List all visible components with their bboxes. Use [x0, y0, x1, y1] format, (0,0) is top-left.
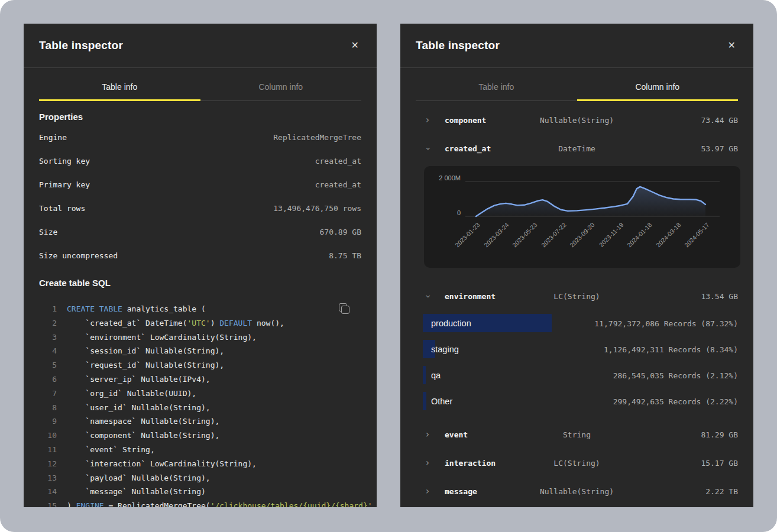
tab-table-info[interactable]: Table info [39, 68, 200, 101]
line-number: 1 [39, 302, 57, 316]
sql-tokens: `created_at` DateTime('UTC') DEFAULT now… [67, 316, 284, 330]
sql-token: `request_id` Nullable(String), [67, 361, 224, 369]
column-size: 2.22 TB [705, 487, 738, 496]
sql-token: `session_id` Nullable(String), [67, 346, 224, 355]
value-distribution-row: production 11,792,372,086 Records (87.32… [423, 310, 738, 336]
sql-line: 3 `environment` LowCardinality(String), [39, 330, 361, 345]
column-row-event[interactable]: › event String 81.29 GB [400, 420, 753, 449]
copy-icon-glyph [338, 302, 351, 315]
column-name: event [445, 430, 468, 439]
sql-line: 13 `payload` Nullable(String), [39, 471, 361, 485]
close-icon[interactable]: ✕ [726, 38, 738, 53]
property-value: ReplicatedMergeTree [273, 133, 361, 142]
tab-column-info[interactable]: Column info [200, 68, 362, 101]
sql-tokens: `user_id` Nullable(String), [67, 401, 211, 415]
column-row-message[interactable]: › message Nullable(String) 2.22 TB [400, 477, 753, 505]
value-distribution-row: qa 286,545,035 Records (2.12%) [423, 362, 738, 388]
sql-token: `component` Nullable(String), [67, 431, 219, 440]
value-distribution-row: staging 1,126,492,311 Records (8.34%) [423, 336, 738, 362]
close-icon[interactable]: ✕ [349, 38, 361, 53]
property-row: Sorting key created_at [39, 149, 361, 173]
sql-token: `environment` LowCardinality(String), [67, 333, 257, 342]
sql-line: 2 `created_at` DateTime('UTC') DEFAULT n… [39, 316, 361, 330]
chevron-right-icon: › [424, 430, 431, 439]
property-value: 670.89 GB [320, 228, 361, 236]
tab-table-info[interactable]: Table info [416, 68, 577, 101]
column-name: interaction [445, 459, 496, 468]
sql-tokens: `request_id` Nullable(String), [67, 358, 224, 372]
column-name: environment [445, 292, 496, 301]
columns-list: › component Nullable(String) 73.44 GB › … [400, 106, 753, 505]
sql-tokens: `namespace` Nullable(String), [67, 414, 219, 429]
sql-token: `created_at` DateTime( [67, 319, 187, 327]
property-label: Primary key [39, 180, 90, 189]
value-label: qa [423, 371, 441, 380]
sql-token: now(), [252, 319, 284, 327]
column-row-environment[interactable]: › environment LC(String) 13.54 GB [400, 282, 753, 310]
sql-tokens: `environment` LowCardinality(String), [67, 330, 257, 345]
sql-line: 10 `component` Nullable(String), [39, 429, 361, 443]
create-table-sql-heading: Create table SQL [39, 278, 361, 288]
properties-list: Engine ReplicatedMergeTree Sorting key c… [39, 125, 361, 267]
line-number: 14 [39, 485, 57, 499]
column-row-interaction[interactable]: › interaction LC(String) 15.17 GB [400, 449, 753, 477]
column-name: created_at [445, 144, 491, 153]
sql-tokens: `server_ip` Nullable(IPv4), [67, 372, 211, 387]
line-number: 13 [39, 471, 57, 485]
sql-line: 1CREATE TABLE analytics_table ( [39, 302, 361, 316]
property-value: 8.75 TB [329, 251, 361, 260]
chevron-right-icon: › [424, 459, 431, 468]
property-row: Engine ReplicatedMergeTree [39, 125, 361, 149]
chevron-right-icon: › [423, 293, 432, 300]
sql-token: `interaction` LowCardinality(String), [67, 459, 257, 468]
column-name: message [445, 487, 477, 496]
column-row-component[interactable]: › component Nullable(String) 73.44 GB [400, 106, 753, 134]
sql-code-lines: 1CREATE TABLE analytics_table (2 `create… [39, 302, 361, 507]
sql-line: 14 `message` Nullable(String) [39, 485, 361, 499]
area-chart-svg [424, 166, 726, 225]
sql-token: `server_ip` Nullable(IPv4), [67, 375, 211, 384]
line-number: 9 [39, 414, 57, 429]
line-number: 5 [39, 358, 57, 372]
value-distribution-row: Other 299,492,635 Records (2.22%) [423, 388, 738, 414]
property-label: Total rows [39, 204, 85, 213]
sql-tokens: `component` Nullable(String), [67, 429, 219, 443]
property-label: Engine [39, 133, 67, 142]
sql-line: 12 `interaction` LowCardinality(String), [39, 457, 361, 471]
sql-token: ENGINE [76, 501, 104, 507]
sql-line: 6 `server_ip` Nullable(IPv4), [39, 372, 361, 387]
line-number: 4 [39, 344, 57, 358]
sql-tokens: `event` String, [67, 443, 155, 457]
sql-tokens: `org_id` Nullable(UUID), [67, 387, 196, 401]
sql-code-block: 1CREATE TABLE analytics_table (2 `create… [39, 302, 361, 507]
value-records: 1,126,492,311 Records (8.34%) [604, 345, 738, 354]
property-value: created_at [315, 180, 361, 189]
tab-column-info[interactable]: Column info [577, 68, 739, 101]
property-value: 13,496,476,750 rows [273, 204, 361, 213]
sql-line: 8 `user_id` Nullable(String), [39, 401, 361, 415]
page-title: Table inspector [416, 39, 500, 52]
sql-token: ) [211, 319, 220, 327]
created-at-histogram: 2 000M 0 2023-01-232023-03-242023-05-232… [424, 166, 740, 268]
line-number: 7 [39, 387, 57, 401]
area-fill [476, 187, 705, 216]
sql-line: 7 `org_id` Nullable(UUID), [39, 387, 361, 401]
copy-icon[interactable] [338, 302, 351, 315]
line-number: 3 [39, 330, 57, 345]
sql-token: ) [67, 501, 76, 507]
sql-line: 5 `request_id` Nullable(String), [39, 358, 361, 372]
column-size: 73.44 GB [701, 116, 738, 125]
line-number: 10 [39, 429, 57, 443]
line-number: 2 [39, 316, 57, 330]
property-label: Sorting key [39, 157, 90, 166]
column-row-created_at[interactable]: › created_at DateTime 53.97 GB [400, 134, 753, 163]
sql-tokens: `message` Nullable(String) [67, 485, 206, 499]
sql-token: , [373, 501, 377, 507]
column-size: 15.17 GB [701, 459, 738, 468]
property-row: Primary key created_at [39, 173, 361, 196]
line-number: 8 [39, 401, 57, 415]
sql-token: `org_id` Nullable(UUID), [67, 389, 196, 398]
column-size: 13.54 GB [701, 292, 738, 301]
value-label: staging [423, 345, 459, 354]
sql-line: 15) ENGINE = ReplicatedMergeTree('/click… [39, 499, 361, 507]
